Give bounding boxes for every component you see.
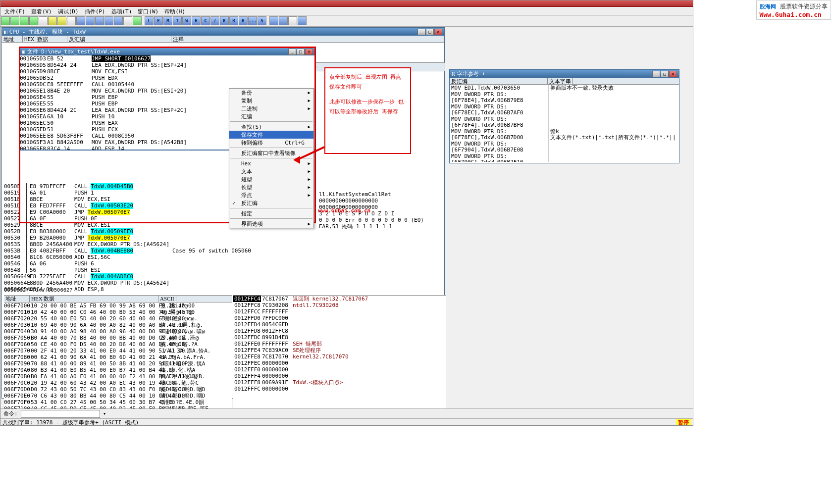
toolbar-button[interactable] xyxy=(67,16,76,25)
dropdown-icon[interactable]: ▾ xyxy=(103,410,106,417)
window-buttons[interactable]: _□× xyxy=(652,71,677,77)
status-pause: 暂停 xyxy=(676,419,691,425)
menu-item-汇编[interactable]: 汇编 xyxy=(229,112,313,120)
string-ref-window: R 字串参考 + _□× 反汇编文本字串 MOV EDI,TdxW.007036… xyxy=(449,69,679,163)
cpu-titlebar: ◧ CPU - 主线程, 模块 - TdxW _□× xyxy=(2,28,444,36)
col-asm: 反汇编 xyxy=(67,36,171,42)
menu-item-界面选项[interactable]: 界面选项▶ xyxy=(229,220,313,228)
toolbar-button-B[interactable]: B xyxy=(229,16,238,25)
status-addr: 00506627=TdxW.00506627 xyxy=(4,287,73,293)
toolbar-button-L[interactable]: L xyxy=(145,16,154,25)
toolbar-button[interactable] xyxy=(298,16,307,25)
cpu-title: CPU - 主线程, 模块 - TdxW xyxy=(9,28,86,36)
toolbar-button[interactable] xyxy=(20,16,29,25)
anno-line1: 点全部复制后 出现左图 再点保存文件即可 xyxy=(329,72,406,92)
stack-pane[interactable]: 0012FFC47C817067返回到 kernel32.7C817067001… xyxy=(233,295,446,423)
toolbar-button-R[interactable]: R xyxy=(239,16,248,25)
ref-col-text: 文本字串 xyxy=(548,78,573,84)
toolbar-button-K[interactable]: K xyxy=(220,16,229,25)
toolbar-button-C[interactable]: C xyxy=(201,16,210,25)
toolbar-button[interactable] xyxy=(86,16,95,25)
toolbar-button[interactable] xyxy=(95,16,104,25)
menu-item-备份[interactable]: 备份▶ xyxy=(229,89,313,97)
toolbar-button[interactable] xyxy=(48,16,57,25)
min-button[interactable]: _ xyxy=(288,49,296,55)
menu-item-查找(S)[interactable]: 查找(S)▶ xyxy=(229,123,313,131)
max-button[interactable]: □ xyxy=(426,29,434,35)
ref-left[interactable]: MOV EDI,TdxW.00703650MOV DWORD PTR DS:[6… xyxy=(450,85,549,162)
menu-item-浮点[interactable]: 浮点▶ xyxy=(229,191,313,199)
menu-item-反汇编[interactable]: 反汇编✓ xyxy=(229,199,313,207)
toolbar-button[interactable] xyxy=(76,16,85,25)
menu-item-复制[interactable]: 复制▶ xyxy=(229,97,313,104)
toolbar-button[interactable] xyxy=(29,16,38,25)
dump-col-hex: HEX 数据 xyxy=(30,296,158,302)
menu-item-保存文件[interactable]: 保存文件 xyxy=(229,131,313,139)
close-button[interactable]: × xyxy=(305,49,313,55)
menu-item-转到偏移[interactable]: 转到偏移Ctrl+G xyxy=(229,139,313,147)
file-title: 文件 D:\new_tdx_test\TdxW.exe xyxy=(27,48,120,55)
close-button[interactable]: × xyxy=(434,29,442,35)
toolbar-button-S[interactable]: S xyxy=(258,16,266,25)
toolbar-button[interactable] xyxy=(288,16,297,25)
toolbar-button-T[interactable]: T xyxy=(173,16,182,25)
col-addr: 地址 xyxy=(2,36,23,42)
window-buttons[interactable]: _□× xyxy=(288,49,313,55)
toolbar-button-...[interactable]: ... xyxy=(248,16,257,25)
toolbar-button-W[interactable]: W xyxy=(182,16,191,25)
menu-item-Hex[interactable]: Hex▶ xyxy=(229,159,313,167)
toolbar-button[interactable] xyxy=(10,16,19,25)
menu-item[interactable]: 窗口(W) xyxy=(138,8,158,14)
ref-right[interactable]: 券商版本不一致,登录失败 鬓k文本文件(*.txt)|*.txt|所有文件(*.… xyxy=(549,85,677,162)
cpu-icon: ◧ xyxy=(4,29,7,35)
menu-item-指定[interactable]: 指定 xyxy=(229,209,313,217)
window-buttons[interactable]: _□× xyxy=(417,29,442,35)
red-arrow xyxy=(292,146,324,148)
toolbar-button[interactable] xyxy=(39,16,48,25)
dump-col-ascii: ASCII xyxy=(158,296,176,302)
col-comment: 注释 xyxy=(171,36,444,42)
ref-col-asm: 反汇编 xyxy=(450,78,548,84)
ref-icon: R xyxy=(452,71,455,77)
close-button[interactable]: × xyxy=(669,71,677,77)
toolbar-button-M[interactable]: M xyxy=(163,16,172,25)
menu-item-文本[interactable]: 文本▶ xyxy=(229,167,313,175)
menu-item-二进制[interactable]: 二进制▶ xyxy=(229,104,313,112)
menu-item[interactable]: 帮助(H) xyxy=(164,8,185,14)
menu-item[interactable]: 插件(P) xyxy=(85,8,105,14)
anno-line2: 此步可以修改一步保存一步 也可以等全部修改好后 再保存 xyxy=(329,97,406,117)
min-button[interactable]: _ xyxy=(652,71,660,77)
toolbar-button-/[interactable]: / xyxy=(210,16,219,25)
toolbar-button[interactable] xyxy=(133,16,142,25)
disasm-header: 地址 HEX 数据 反汇编 注释 xyxy=(2,36,444,43)
toolbar-button[interactable] xyxy=(114,16,123,25)
menu-item[interactable]: 查看(V) xyxy=(31,8,52,14)
menubar[interactable]: 文件(F)查看(V)调试(D)插件(P)选项(T)窗口(W)帮助(H) xyxy=(0,7,693,16)
toolbar-button-H[interactable]: H xyxy=(192,16,201,25)
command-bar: 命令: ▾ xyxy=(0,408,693,418)
toolbar-button-E[interactable]: E xyxy=(154,16,163,25)
max-button[interactable]: □ xyxy=(297,49,305,55)
statusbar: 共找到字串: 13978 - 超级字串参考+ (ASCII 模式) 暂停 xyxy=(0,418,693,425)
file-icon: ▣ xyxy=(22,49,25,55)
toolbar[interactable]: LEMTWHC/KBR...S xyxy=(0,16,693,27)
cmd-input[interactable] xyxy=(21,410,100,418)
menu-item[interactable]: 文件(F) xyxy=(4,8,25,14)
menu-item-反汇编窗口中查看镜像[interactable]: 反汇编窗口中查看镜像 xyxy=(229,149,313,157)
menu-item[interactable]: 选项(T) xyxy=(111,8,132,14)
toolbar-button[interactable] xyxy=(104,16,113,25)
toolbar-button[interactable] xyxy=(57,16,66,25)
status-text: 共找到字串: 13978 - 超级字串参考+ (ASCII 模式) xyxy=(2,419,139,425)
menu-item[interactable]: 调试(D) xyxy=(58,8,79,14)
hex-dump[interactable]: 地址HEX 数据ASCII 006F700010 20 00 00 BE A5 … xyxy=(4,295,232,423)
menu-item-长型[interactable]: 长型▶ xyxy=(229,183,313,191)
max-button[interactable]: □ xyxy=(661,71,669,77)
toolbar-button[interactable] xyxy=(269,16,278,25)
min-button[interactable]: _ xyxy=(417,29,425,35)
col-hex: HEX 数据 xyxy=(23,36,67,42)
cmd-label: 命令: xyxy=(3,410,18,417)
toolbar-button[interactable] xyxy=(1,16,10,25)
toolbar-button[interactable] xyxy=(123,16,132,25)
menu-item-短型[interactable]: 短型▶ xyxy=(229,175,313,183)
toolbar-button[interactable] xyxy=(279,16,288,25)
